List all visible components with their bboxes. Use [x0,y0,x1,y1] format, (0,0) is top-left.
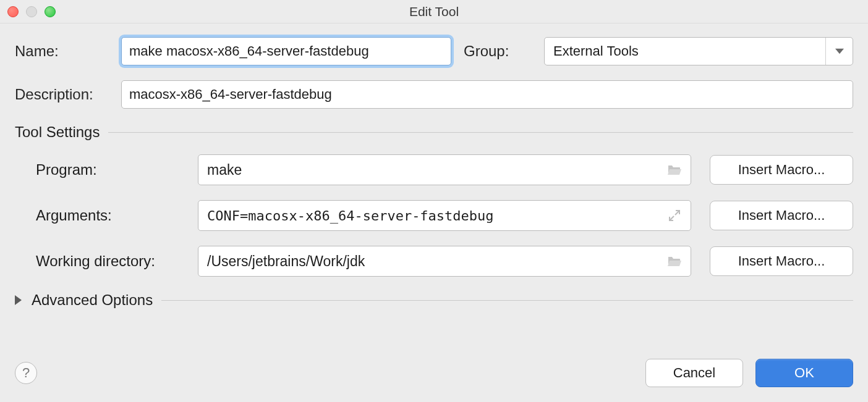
divider [108,132,853,133]
working-directory-label: Working directory: [36,253,198,270]
insert-macro-program-button[interactable]: Insert Macro... [710,155,853,185]
chevron-down-icon[interactable] [825,38,853,65]
insert-macro-arguments-button[interactable]: Insert Macro... [710,201,853,230]
window-title: Edit Tool [0,4,868,19]
description-input[interactable] [121,80,853,109]
advanced-options-label: Advanced Options [32,291,153,309]
dialog-content: Name: Group: External Tools Description:… [0,23,868,327]
group-value: External Tools [545,43,825,59]
arguments-label: Arguments: [36,207,198,224]
expand-icon[interactable] [666,207,683,224]
program-value: make [207,162,661,178]
divider [161,300,853,301]
folder-open-icon[interactable] [666,161,683,178]
program-field[interactable]: make [198,154,691,185]
row-name-group: Name: Group: External Tools [15,37,853,65]
row-arguments: Arguments: CONF=macosx-x86_64-server-fas… [36,200,853,231]
arguments-field[interactable]: CONF=macosx-x86_64-server-fastdebug [198,200,691,231]
disclosure-triangle-icon [15,295,22,305]
dialog-footer: ? Cancel OK [0,355,868,402]
working-directory-value: /Users/jetbrains/Work/jdk [207,253,661,270]
row-program: Program: make Insert Macro... [36,154,853,185]
folder-open-icon[interactable] [666,253,683,270]
row-description: Description: [15,80,853,109]
svg-marker-0 [835,49,844,54]
help-button[interactable]: ? [15,362,37,384]
tool-settings-group: Program: make Insert Macro... Arguments:… [15,154,853,277]
tool-settings-header: Tool Settings [15,124,853,141]
titlebar: Edit Tool [0,0,868,23]
group-combobox[interactable]: External Tools [544,37,853,65]
ok-button[interactable]: OK [755,359,853,387]
insert-macro-workdir-button[interactable]: Insert Macro... [710,246,853,276]
working-directory-field[interactable]: /Users/jetbrains/Work/jdk [198,246,691,277]
row-working-directory: Working directory: /Users/jetbrains/Work… [36,246,853,277]
name-label: Name: [15,43,121,60]
name-input[interactable] [121,37,451,65]
description-label: Description: [15,86,121,103]
group-label: Group: [451,43,544,60]
advanced-options-header[interactable]: Advanced Options [15,291,853,309]
program-label: Program: [36,161,198,178]
tool-settings-label: Tool Settings [15,124,100,141]
cancel-button[interactable]: Cancel [645,359,743,387]
arguments-value: CONF=macosx-x86_64-server-fastdebug [207,208,661,224]
